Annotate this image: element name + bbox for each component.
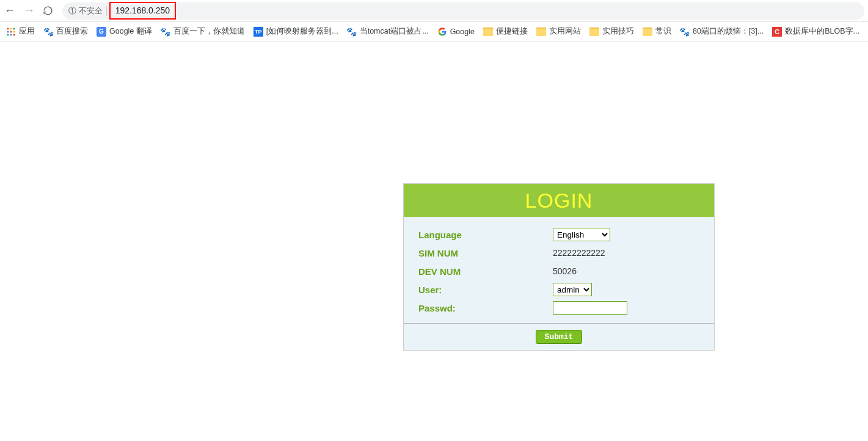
google-icon: [437, 27, 447, 37]
bookmark-sites[interactable]: 实用网站: [536, 26, 581, 37]
bookmark-label: 常识: [655, 26, 671, 37]
svg-point-0: [7, 27, 9, 29]
login-panel: LOGIN Language English SIM NUM 222222222…: [403, 183, 715, 351]
c-icon: C: [772, 27, 782, 37]
bookmark-label: 当tomcat端口被占...: [360, 26, 429, 37]
bookmark-tomcat[interactable]: 🐾当tomcat端口被占...: [347, 26, 429, 37]
bookmark-label: 80端口的烦恼：[3]...: [693, 26, 764, 37]
paw-icon: 🐾: [680, 27, 690, 37]
divider: [106, 6, 107, 16]
language-label: Language: [418, 230, 553, 240]
svg-point-7: [10, 34, 12, 35]
apps-label: 应用: [19, 26, 35, 37]
user-select[interactable]: admin: [553, 283, 592, 296]
bookmarks-bar: 应用 🐾百度搜索 GGoogle 翻译 🐾百度一下，你就知道 TP[如何映射服务…: [0, 22, 868, 42]
translate-icon: G: [97, 27, 106, 37]
sim-label: SIM NUM: [418, 248, 553, 258]
bookmark-tips[interactable]: 实用技巧: [589, 26, 634, 37]
bookmark-label: 百度搜索: [56, 26, 88, 37]
bookmark-label: 便捷链接: [496, 26, 528, 37]
svg-point-2: [13, 27, 15, 29]
bookmark-knowledge[interactable]: 常识: [643, 26, 671, 37]
bookmark-tp[interactable]: TP[如何映射服务器到...: [253, 26, 338, 37]
bookmark-label: 实用网站: [549, 26, 581, 37]
svg-point-5: [13, 31, 15, 32]
svg-point-1: [10, 27, 12, 29]
address-bar[interactable]: ① 不安全 192.168.0.250: [62, 2, 864, 20]
apps-icon: [6, 27, 16, 37]
bookmark-label: 百度一下，你就知道: [173, 26, 245, 37]
bookmark-label: 数据库中的BLOB字...: [785, 26, 859, 37]
browser-toolbar: ← → ① 不安全 192.168.0.250: [0, 0, 868, 22]
bookmark-google-translate[interactable]: GGoogle 翻译: [97, 26, 152, 37]
folder-icon: [643, 27, 652, 36]
bookmark-label: Google: [450, 27, 475, 36]
login-header: LOGIN: [404, 184, 714, 217]
folder-icon: [536, 27, 546, 36]
paw-icon: 🐾: [161, 27, 170, 37]
language-select[interactable]: English: [553, 228, 610, 241]
password-input[interactable]: [553, 301, 627, 315]
bookmark-port80[interactable]: 🐾80端口的烦恼：[3]...: [680, 26, 764, 37]
dev-label: DEV NUM: [418, 266, 553, 277]
bookmark-links[interactable]: 便捷链接: [483, 26, 528, 37]
svg-point-4: [10, 31, 12, 32]
svg-point-8: [13, 34, 15, 35]
login-title: LOGIN: [525, 189, 593, 213]
page-content: LOGIN Language English SIM NUM 222222222…: [0, 42, 868, 441]
bookmark-baidu[interactable]: 🐾百度一下，你就知道: [161, 26, 245, 37]
paw-icon: 🐾: [347, 27, 357, 37]
login-footer: Submit: [404, 323, 714, 350]
apps-button[interactable]: 应用: [6, 26, 35, 37]
bookmark-label: 实用技巧: [602, 26, 634, 37]
passwd-label: Passwd:: [418, 303, 553, 313]
tp-icon: TP: [253, 27, 263, 37]
bookmark-baidu-search[interactable]: 🐾百度搜索: [43, 26, 88, 37]
user-label: User:: [418, 285, 553, 295]
bookmark-blob[interactable]: C数据库中的BLOB字...: [772, 26, 859, 37]
login-body: Language English SIM NUM 22222222222 DEV…: [404, 217, 714, 323]
submit-button[interactable]: Submit: [536, 330, 583, 344]
svg-point-6: [7, 34, 9, 35]
back-button[interactable]: ←: [4, 4, 16, 17]
bookmark-google[interactable]: Google: [437, 27, 475, 37]
url-highlight-box: 192.168.0.250: [109, 2, 177, 20]
folder-icon: [589, 27, 599, 36]
folder-icon: [483, 27, 493, 36]
svg-point-3: [7, 31, 9, 32]
sim-value: 22222222222: [553, 248, 605, 258]
bookmark-label: [如何映射服务器到...: [266, 26, 338, 37]
bookmark-label: Google 翻译: [109, 26, 152, 37]
reload-button[interactable]: [43, 5, 55, 16]
paw-icon: 🐾: [43, 27, 53, 37]
security-status: ① 不安全: [68, 5, 103, 16]
url-text: 192.168.0.250: [115, 5, 170, 15]
forward-button[interactable]: →: [23, 4, 35, 17]
dev-value: 50026: [553, 266, 577, 276]
